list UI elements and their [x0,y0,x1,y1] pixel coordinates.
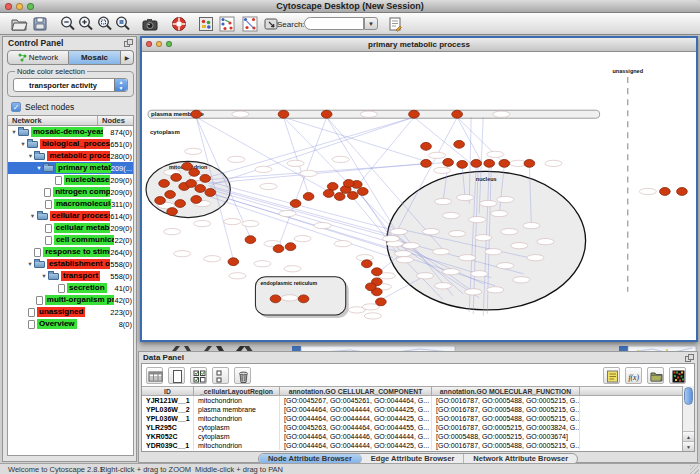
network-node[interactable] [347,192,358,200]
scroll-up-icon[interactable]: ▲ [683,431,694,441]
tree-row[interactable]: ▼ establishment of lo 558(0) [8,258,133,270]
network-node[interactable] [457,160,468,168]
help-icon[interactable] [170,15,188,33]
column-cellular-layout-region[interactable]: _cellularLayoutRegion [194,387,280,395]
snapshot-icon[interactable] [141,15,159,33]
network-node[interactable] [303,193,314,201]
notes-icon[interactable] [603,367,620,384]
network-node[interactable] [165,191,176,199]
network-node[interactable] [660,188,671,196]
disclosure-triangle-icon[interactable]: ▼ [26,261,34,267]
scrollbar-thumb[interactable] [684,387,693,405]
network-node[interactable] [366,283,377,291]
network-node[interactable] [155,197,166,205]
vizmapper-icon[interactable] [197,15,215,33]
network-node[interactable] [357,188,368,196]
tree-row[interactable]: nucleobase- 209(0) [8,174,133,186]
tree-row[interactable]: ▼ biological_process 651(0) [8,138,133,150]
disclosure-triangle-icon[interactable]: ▼ [19,141,27,147]
network-node[interactable] [376,298,387,306]
network-node[interactable] [452,110,463,118]
tree-column-network[interactable]: Network [8,116,97,125]
network-node[interactable] [205,189,216,197]
formula-icon[interactable]: f(x) [625,367,642,384]
table-icon[interactable] [146,367,163,384]
tab-mosaic[interactable]: Mosaic [69,50,121,65]
network-node[interactable] [182,162,193,170]
network-node[interactable] [273,245,284,253]
network-node[interactable] [323,190,334,198]
network-node[interactable] [191,196,202,204]
disclosure-triangle-icon[interactable]: ▼ [10,129,18,135]
tree-row[interactable]: secretion 41(0) [8,282,133,294]
network-node[interactable] [421,159,432,167]
save-icon[interactable] [31,15,49,33]
table-row[interactable]: YKR052C cytoplasm [GO:0044464, GO:004444… [142,432,683,441]
tree-row[interactable]: ▼ metabolic process 280(0) [8,150,133,162]
network-node[interactable] [159,180,170,188]
network-node[interactable] [409,110,420,118]
network-node[interactable] [484,159,495,167]
tree-row[interactable]: macromolecule 311(0) [8,198,133,210]
open-icon[interactable] [10,15,28,33]
scroll-down-icon[interactable]: ▼ [683,441,694,451]
disclosure-triangle-icon[interactable]: ▼ [29,213,37,219]
tree-row[interactable]: cellular metabo 209(0) [8,222,133,234]
network-node[interactable] [361,260,372,268]
network-node[interactable] [334,193,345,201]
network-node[interactable] [186,180,197,188]
network-node[interactable] [195,185,206,193]
disclosure-triangle-icon[interactable]: ▼ [40,273,48,279]
disclosure-triangle-icon[interactable]: ▼ [26,153,34,159]
zoom-fit-icon[interactable] [114,15,132,33]
import-icon[interactable] [647,367,664,384]
table-row[interactable]: YPL036W__1 mitochondrion [GO:0044464, GO… [142,414,683,423]
network-node[interactable] [343,180,354,188]
network-node[interactable] [290,200,301,208]
network-node[interactable] [454,140,465,148]
tree-column-nodes[interactable]: Nodes [97,116,133,125]
network-view-window[interactable]: primary metabolic process plasma membran… [140,36,698,342]
network-node[interactable] [200,175,211,183]
network-node[interactable] [372,268,383,276]
tab-overflow-arrow[interactable]: ▶ [121,50,134,65]
dropdown-stepper-icon[interactable]: ▲▼ [114,79,127,91]
table-row[interactable]: YPL036W__2 plasma membrane [GO:0044464, … [142,405,683,414]
tree-row[interactable]: ▼ cellular process 614(0) [8,210,133,222]
network-node[interactable] [191,110,202,118]
zoom-out-icon[interactable] [59,15,77,33]
network-node[interactable] [421,142,432,150]
network-node[interactable] [245,236,256,244]
index-icon[interactable] [386,15,404,33]
resize-grip[interactable] [690,465,699,474]
network-node[interactable] [175,200,186,208]
network-node[interactable] [321,110,332,118]
tab-network[interactable]: Network [7,50,69,65]
tree-row[interactable]: nitrogen compo 209(0) [8,186,133,198]
zoom-selected-icon[interactable] [96,15,114,33]
select-nodes-checkbox[interactable]: ✓ [11,102,21,112]
network-node[interactable] [499,159,510,167]
network-node[interactable] [171,174,182,182]
network-node[interactable] [471,159,482,167]
layout-nodes-icon[interactable] [218,15,236,33]
tree-row[interactable]: multi-organism pro 42(0) [8,294,133,306]
disclosure-triangle-icon[interactable]: ▼ [35,165,43,171]
layout-edges-icon[interactable] [241,15,259,33]
heatmap-icon[interactable] [669,367,686,384]
tree-row[interactable]: Overview 8(0) [8,318,133,330]
tree-row[interactable]: ▼ primary metabo 209(... [8,162,133,174]
network-node[interactable] [298,295,309,303]
float-panel-icon[interactable] [124,39,133,47]
tree-row[interactable]: unassigned 223(0) [8,306,133,318]
network-node[interactable] [677,188,688,196]
zoom-in-icon[interactable] [77,15,95,33]
tree-row[interactable]: response to stimulu 264(0) [8,246,133,258]
tree-row[interactable]: cell communicat 22(0) [8,234,133,246]
select-attributes-icon[interactable] [190,367,207,384]
network-window-titlebar[interactable]: primary metabolic process [142,38,696,52]
column-go-cellular-component[interactable]: annotation.GO CELLULAR_COMPONENT [280,387,432,395]
unselect-attributes-icon[interactable] [212,367,229,384]
network-node[interactable] [278,110,289,118]
tree-row[interactable]: ▼ mosaic-demo-yeast 874(0) [8,126,133,138]
